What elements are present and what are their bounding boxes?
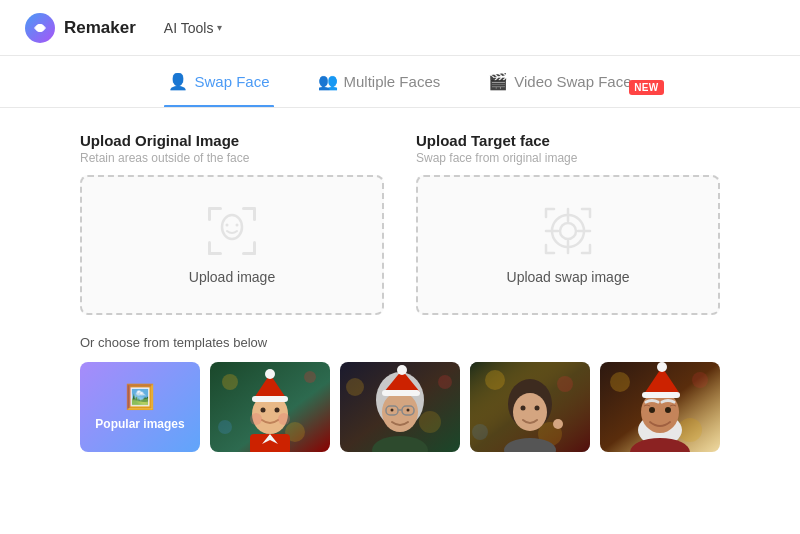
template-2-image bbox=[340, 362, 460, 452]
svg-point-71 bbox=[657, 362, 667, 372]
svg-point-54 bbox=[472, 424, 488, 440]
upload-original-label: Upload image bbox=[189, 269, 275, 285]
svg-rect-7 bbox=[208, 241, 211, 255]
svg-point-47 bbox=[407, 409, 410, 412]
chevron-down-icon: ▾ bbox=[217, 22, 222, 33]
tab-multiple-faces[interactable]: 👥 Multiple Faces bbox=[314, 56, 445, 107]
svg-point-62 bbox=[610, 372, 630, 392]
svg-rect-3 bbox=[208, 207, 211, 221]
svg-rect-70 bbox=[642, 392, 680, 398]
svg-point-31 bbox=[278, 413, 290, 425]
tab-swap-face-label: Swap Face bbox=[194, 73, 269, 90]
svg-rect-9 bbox=[253, 241, 256, 255]
svg-point-11 bbox=[226, 224, 229, 227]
svg-point-10 bbox=[222, 215, 242, 239]
templates-title: Or choose from templates below bbox=[80, 335, 720, 350]
ai-tools-button[interactable]: AI Tools ▾ bbox=[156, 16, 231, 40]
upload-target-subtitle: Swap face from original image bbox=[416, 151, 720, 165]
upload-original-box[interactable]: Upload image bbox=[80, 175, 384, 315]
svg-point-67 bbox=[649, 407, 655, 413]
svg-point-20 bbox=[222, 374, 238, 390]
tab-swap-face[interactable]: 👤 Swap Face bbox=[164, 56, 273, 107]
svg-point-30 bbox=[250, 413, 262, 425]
svg-rect-26 bbox=[252, 396, 288, 402]
template-card-2[interactable] bbox=[340, 362, 460, 452]
upload-section: Upload Original Image Retain areas outsi… bbox=[80, 132, 720, 315]
svg-point-51 bbox=[485, 370, 505, 390]
template-3-image bbox=[470, 362, 590, 452]
tab-video-swap-label: Video Swap Face bbox=[514, 73, 631, 90]
logo-icon bbox=[24, 12, 56, 44]
svg-point-52 bbox=[557, 376, 573, 392]
video-swap-icon: 🎬 bbox=[488, 72, 508, 91]
svg-point-60 bbox=[553, 419, 563, 429]
svg-point-42 bbox=[397, 365, 407, 375]
svg-point-23 bbox=[218, 420, 232, 434]
svg-point-35 bbox=[346, 378, 364, 396]
svg-point-58 bbox=[535, 406, 540, 411]
main-content: Upload Original Image Retain areas outsi… bbox=[0, 108, 800, 468]
svg-point-1 bbox=[36, 24, 44, 32]
app-name: Remaker bbox=[64, 18, 136, 38]
ai-tools-label: AI Tools bbox=[164, 20, 214, 36]
upload-original-title: Upload Original Image bbox=[80, 132, 384, 149]
svg-point-12 bbox=[236, 224, 239, 227]
upload-original-icon bbox=[206, 205, 258, 257]
svg-rect-41 bbox=[382, 390, 420, 396]
svg-point-57 bbox=[521, 406, 526, 411]
svg-point-21 bbox=[304, 371, 316, 383]
tab-video-swap-face[interactable]: 🎬 Video Swap Face bbox=[484, 72, 635, 91]
svg-point-14 bbox=[560, 223, 576, 239]
multiple-faces-icon: 👥 bbox=[318, 72, 338, 91]
popular-images-card[interactable]: 🖼️ Popular images bbox=[80, 362, 200, 452]
template-1-image bbox=[210, 362, 330, 452]
svg-point-56 bbox=[513, 393, 547, 431]
upload-original-subtitle: Retain areas outside of the face bbox=[80, 151, 384, 165]
header: Remaker AI Tools ▾ bbox=[0, 0, 800, 56]
upload-target-label: Upload swap image bbox=[507, 269, 630, 285]
svg-point-27 bbox=[265, 369, 275, 379]
popular-icon: 🖼️ bbox=[125, 383, 155, 411]
svg-rect-5 bbox=[253, 207, 256, 221]
upload-target-icon bbox=[542, 205, 594, 257]
template-card-4[interactable] bbox=[600, 362, 720, 452]
template-card-3[interactable] bbox=[470, 362, 590, 452]
svg-point-63 bbox=[692, 372, 708, 388]
template-card-1[interactable] bbox=[210, 362, 330, 452]
svg-point-28 bbox=[261, 408, 266, 413]
tab-multiple-faces-label: Multiple Faces bbox=[344, 73, 441, 90]
templates-row: 🖼️ Popular images bbox=[80, 362, 720, 452]
svg-point-46 bbox=[391, 409, 394, 412]
templates-section: Or choose from templates below 🖼️ Popula… bbox=[80, 335, 720, 452]
template-4-image bbox=[600, 362, 720, 452]
svg-point-36 bbox=[438, 375, 452, 389]
svg-point-37 bbox=[419, 411, 441, 433]
upload-target-panel: Upload Target face Swap face from origin… bbox=[416, 132, 720, 315]
tab-video-wrapper: 🎬 Video Swap Face NEW bbox=[484, 72, 635, 91]
upload-original-panel: Upload Original Image Retain areas outsi… bbox=[80, 132, 384, 315]
popular-label: Popular images bbox=[95, 417, 184, 431]
svg-point-68 bbox=[665, 407, 671, 413]
upload-target-title: Upload Target face bbox=[416, 132, 720, 149]
new-badge: NEW bbox=[629, 80, 663, 95]
logo-area: Remaker bbox=[24, 12, 136, 44]
swap-face-icon: 👤 bbox=[168, 72, 188, 91]
tabs-bar: 👤 Swap Face 👥 Multiple Faces 🎬 Video Swa… bbox=[0, 56, 800, 108]
svg-point-29 bbox=[275, 408, 280, 413]
upload-target-box[interactable]: Upload swap image bbox=[416, 175, 720, 315]
